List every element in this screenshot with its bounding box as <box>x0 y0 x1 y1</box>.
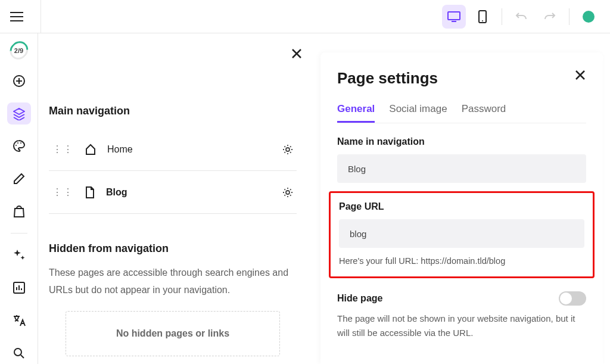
bag-icon <box>13 205 25 218</box>
nav-item-label: Home <box>107 144 272 155</box>
tab-general[interactable]: General <box>337 103 375 123</box>
mobile-icon <box>478 10 487 23</box>
drag-handle-icon[interactable]: ⋮⋮ <box>52 189 74 195</box>
tab-password[interactable]: Password <box>462 103 506 123</box>
ai-button[interactable] <box>7 244 31 266</box>
page-url-help: Here's your full URL: https://domain.tld… <box>339 256 584 266</box>
layers-icon <box>13 107 26 120</box>
gear-icon <box>282 187 293 198</box>
stats-button[interactable] <box>7 277 31 299</box>
palette-icon <box>13 139 26 153</box>
page-settings-button[interactable] <box>282 187 293 198</box>
divider <box>502 8 502 25</box>
plus-circle-icon <box>13 74 26 88</box>
name-in-navigation-label: Name in navigation <box>337 136 586 147</box>
svg-point-9 <box>286 148 290 151</box>
page-settings-panel: Page settings General Social image Passw… <box>320 52 603 364</box>
nav-item-blog[interactable]: ⋮⋮ Blog <box>49 171 297 214</box>
svg-point-4 <box>15 145 17 146</box>
nav-item-home[interactable]: ⋮⋮ Home <box>49 128 297 171</box>
svg-rect-0 <box>448 12 460 20</box>
mobile-view-button[interactable] <box>471 5 494 29</box>
divider <box>11 233 27 234</box>
design-button[interactable] <box>7 135 31 157</box>
close-settings-button[interactable] <box>574 69 586 81</box>
redo-button[interactable] <box>538 5 562 29</box>
divider <box>569 8 569 25</box>
pages-button[interactable] <box>7 102 31 125</box>
page-settings-title: Page settings <box>337 69 438 88</box>
edit-button[interactable] <box>7 168 31 190</box>
hidden-navigation-title: Hidden from navigation <box>49 242 297 255</box>
avatar <box>583 11 595 23</box>
hide-page-desc: The page will not be shown in your websi… <box>337 312 586 340</box>
menu-button[interactable] <box>0 0 33 33</box>
page-url-input[interactable] <box>339 219 584 248</box>
svg-point-5 <box>17 142 18 144</box>
pages-panel: Main navigation ⋮⋮ Home ⋮⋮ Blog Hidden f… <box>38 33 307 364</box>
language-button[interactable] <box>7 310 31 332</box>
page-settings-button[interactable] <box>282 144 293 155</box>
svg-point-8 <box>14 349 21 356</box>
hide-page-toggle[interactable] <box>559 291 586 306</box>
hamburger-icon <box>10 12 23 21</box>
divider <box>41 0 41 33</box>
hide-page-label: Hide page <box>337 293 382 304</box>
search-button[interactable] <box>7 342 31 364</box>
tab-social-image[interactable]: Social image <box>389 103 447 123</box>
account-button[interactable] <box>577 5 600 29</box>
undo-button[interactable] <box>509 5 533 29</box>
top-bar <box>0 0 610 33</box>
svg-point-10 <box>286 191 290 194</box>
svg-point-6 <box>20 142 21 144</box>
drag-handle-icon[interactable]: ⋮⋮ <box>52 147 74 153</box>
close-pages-button[interactable] <box>291 48 303 60</box>
page-url-label: Page URL <box>339 201 584 212</box>
add-button[interactable] <box>7 70 31 92</box>
store-button[interactable] <box>7 200 31 222</box>
translate-icon <box>13 314 26 327</box>
nav-item-label: Blog <box>106 187 272 198</box>
settings-tabs: General Social image Password <box>337 103 586 123</box>
page-url-highlight: Page URL Here's your full URL: https://d… <box>329 191 595 278</box>
main-navigation-title: Main navigation <box>49 105 297 117</box>
gear-icon <box>282 144 293 155</box>
hidden-navigation-desc: These pages are accessible through searc… <box>49 265 297 299</box>
desktop-icon <box>447 11 460 22</box>
close-icon <box>291 48 303 60</box>
pencil-icon <box>13 173 25 185</box>
page-icon <box>85 186 95 198</box>
desktop-view-button[interactable] <box>442 5 466 29</box>
home-icon <box>85 144 97 155</box>
svg-point-2 <box>482 20 483 21</box>
search-icon <box>13 347 25 359</box>
close-icon <box>574 69 586 81</box>
redo-icon <box>544 11 556 23</box>
name-in-navigation-input[interactable] <box>337 154 586 183</box>
left-rail: 2/9 <box>0 33 38 364</box>
chart-icon <box>13 282 25 294</box>
undo-icon <box>515 11 527 23</box>
no-hidden-pages-box: No hidden pages or links <box>66 311 280 356</box>
progress-badge[interactable]: 2/9 <box>10 42 29 59</box>
sparkle-icon <box>13 248 26 262</box>
